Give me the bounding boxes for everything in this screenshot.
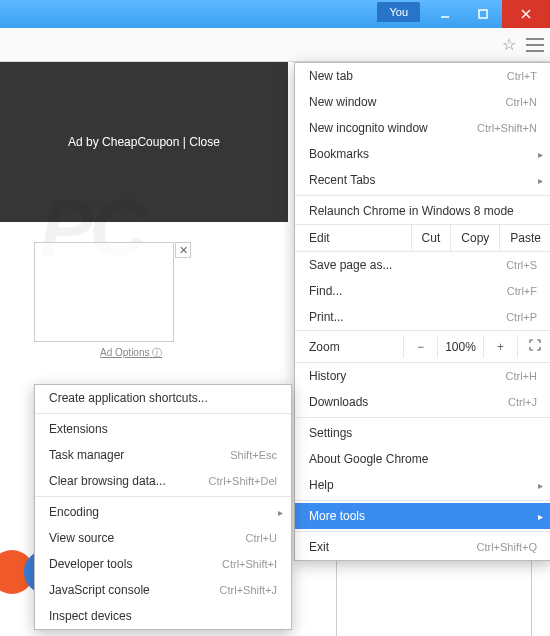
edit-label: Edit	[295, 225, 411, 251]
shortcut: Ctrl+Shift+Q	[476, 541, 537, 553]
menu-help[interactable]: Help	[295, 472, 550, 498]
ad-banner[interactable]: Ad by CheapCoupon | Close	[0, 62, 288, 222]
menu-bookmarks[interactable]: Bookmarks	[295, 141, 550, 167]
chrome-main-menu: New tabCtrl+T New windowCtrl+N New incog…	[294, 62, 550, 561]
separator	[35, 413, 291, 414]
label: About Google Chrome	[309, 452, 537, 466]
shortcut: Ctrl+U	[246, 532, 277, 544]
ad-close-icon[interactable]: ✕	[175, 242, 191, 258]
label: Create application shortcuts...	[49, 391, 277, 405]
shortcut: Ctrl+H	[506, 370, 537, 382]
more-tools-submenu: Create application shortcuts... Extensio…	[34, 384, 292, 630]
copy-button[interactable]: Copy	[450, 225, 499, 251]
shortcut: Ctrl+Shift+N	[477, 122, 537, 134]
ad-box-1: ✕	[34, 242, 174, 342]
submenu-inspect-devices[interactable]: Inspect devices	[35, 603, 291, 629]
label: Downloads	[309, 395, 508, 409]
submenu-task-manager[interactable]: Task managerShift+Esc	[35, 442, 291, 468]
shortcut: Ctrl+Shift+I	[222, 558, 277, 570]
shortcut: Ctrl+J	[508, 396, 537, 408]
label: Recent Tabs	[309, 173, 537, 187]
fullscreen-button[interactable]	[517, 335, 550, 358]
submenu-encoding[interactable]: Encoding	[35, 499, 291, 525]
zoom-out-button[interactable]: −	[403, 336, 437, 358]
window-titlebar: You	[0, 0, 550, 28]
submenu-extensions[interactable]: Extensions	[35, 416, 291, 442]
label: Encoding	[49, 505, 277, 519]
submenu-create-shortcuts[interactable]: Create application shortcuts...	[35, 385, 291, 411]
svg-rect-1	[479, 10, 487, 18]
label: JavaScript console	[49, 583, 220, 597]
menu-history[interactable]: HistoryCtrl+H	[295, 363, 550, 389]
menu-about[interactable]: About Google Chrome	[295, 446, 550, 472]
zoom-label: Zoom	[295, 340, 403, 354]
shortcut: Ctrl+N	[506, 96, 537, 108]
bookmark-star-icon[interactable]: ☆	[502, 35, 516, 54]
label: Task manager	[49, 448, 230, 462]
shortcut: Ctrl+P	[506, 311, 537, 323]
shortcut: Ctrl+F	[507, 285, 537, 297]
menu-hamburger-icon[interactable]	[526, 38, 544, 52]
menu-new-window[interactable]: New windowCtrl+N	[295, 89, 550, 115]
close-button[interactable]	[502, 0, 550, 28]
window-buttons	[426, 0, 550, 28]
menu-find[interactable]: Find...Ctrl+F	[295, 278, 550, 304]
zoom-in-button[interactable]: +	[483, 336, 517, 358]
label: New window	[309, 95, 506, 109]
label: Exit	[309, 540, 476, 554]
submenu-view-source[interactable]: View sourceCtrl+U	[35, 525, 291, 551]
label: Clear browsing data...	[49, 474, 209, 488]
shortcut: Ctrl+Shift+Del	[209, 475, 277, 487]
separator	[295, 195, 550, 196]
label: Print...	[309, 310, 506, 324]
user-button[interactable]: You	[377, 2, 420, 22]
menu-recent-tabs[interactable]: Recent Tabs	[295, 167, 550, 193]
browser-toolbar: ☆	[0, 28, 550, 62]
maximize-button[interactable]	[464, 0, 502, 28]
label: History	[309, 369, 506, 383]
minimize-button[interactable]	[426, 0, 464, 28]
label: Extensions	[49, 422, 277, 436]
label: Bookmarks	[309, 147, 537, 161]
shortcut: Ctrl+Shift+J	[220, 584, 277, 596]
shortcut: Shift+Esc	[230, 449, 277, 461]
menu-zoom-row: Zoom − 100% +	[295, 330, 550, 363]
label: Settings	[309, 426, 537, 440]
menu-save-as[interactable]: Save page as...Ctrl+S	[295, 252, 550, 278]
label: New tab	[309, 69, 507, 83]
submenu-js-console[interactable]: JavaScript consoleCtrl+Shift+J	[35, 577, 291, 603]
menu-exit[interactable]: ExitCtrl+Shift+Q	[295, 534, 550, 560]
menu-downloads[interactable]: DownloadsCtrl+J	[295, 389, 550, 415]
shortcut: Ctrl+S	[506, 259, 537, 271]
menu-new-incognito[interactable]: New incognito windowCtrl+Shift+N	[295, 115, 550, 141]
label: Relaunch Chrome in Windows 8 mode	[309, 204, 537, 218]
separator	[35, 496, 291, 497]
submenu-clear-data[interactable]: Clear browsing data...Ctrl+Shift+Del	[35, 468, 291, 494]
menu-more-tools[interactable]: More tools	[295, 503, 550, 529]
submenu-developer-tools[interactable]: Developer toolsCtrl+Shift+I	[35, 551, 291, 577]
label: New incognito window	[309, 121, 477, 135]
separator	[295, 500, 550, 501]
menu-print[interactable]: Print...Ctrl+P	[295, 304, 550, 330]
separator	[295, 531, 550, 532]
paste-button[interactable]: Paste	[499, 225, 550, 251]
label: Save page as...	[309, 258, 506, 272]
label: View source	[49, 531, 246, 545]
zoom-percent: 100%	[437, 336, 483, 358]
shortcut: Ctrl+T	[507, 70, 537, 82]
label: Inspect devices	[49, 609, 277, 623]
menu-new-tab[interactable]: New tabCtrl+T	[295, 63, 550, 89]
menu-settings[interactable]: Settings	[295, 420, 550, 446]
label: Find...	[309, 284, 507, 298]
cut-button[interactable]: Cut	[411, 225, 451, 251]
menu-relaunch-win8[interactable]: Relaunch Chrome in Windows 8 mode	[295, 198, 550, 224]
label: More tools	[309, 509, 537, 523]
menu-edit-row: Edit Cut Copy Paste	[295, 224, 550, 252]
label: Help	[309, 478, 537, 492]
ad-options-link-1[interactable]: Ad Options	[100, 346, 162, 360]
label: Developer tools	[49, 557, 222, 571]
separator	[295, 417, 550, 418]
